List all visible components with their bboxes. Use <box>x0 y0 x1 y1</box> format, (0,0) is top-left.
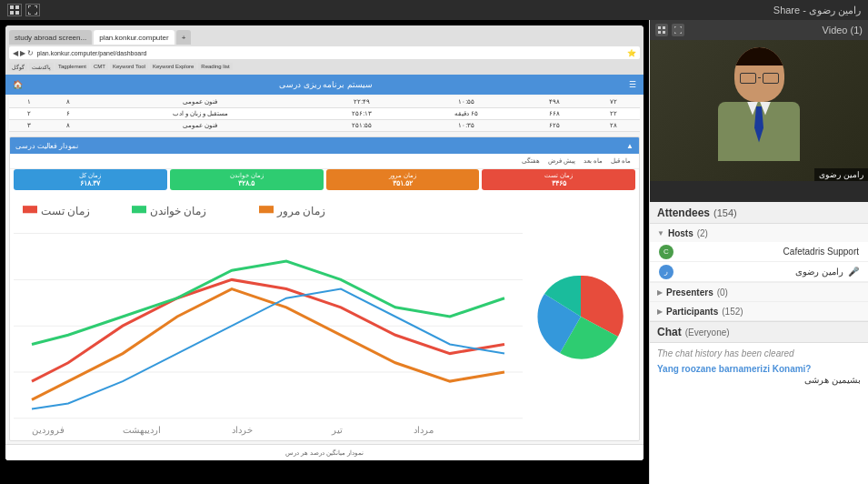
attendee-name-ramin: رامین رضوی <box>678 267 843 277</box>
browser-tab-active[interactable]: plan.konkur.computer <box>94 30 175 45</box>
chart-ctrl-next[interactable]: ماه بعد <box>581 156 605 166</box>
svg-rect-21 <box>663 26 665 29</box>
toolbar-item-5[interactable]: Keyword Tool <box>110 63 148 70</box>
presenters-count: (0) <box>717 287 728 297</box>
svg-text:تیر: تیر <box>331 425 343 436</box>
svg-rect-20 <box>658 26 661 29</box>
main-area: study abroad screen... plan.konkur.compu… <box>0 20 868 484</box>
attendee-avatar-cafetadris: C <box>659 245 673 259</box>
pie-chart-svg <box>535 271 626 362</box>
line-chart: زمان تست زمان خواندن زمان مرور <box>14 197 523 437</box>
hosts-header[interactable]: ▼ Hosts (2) <box>650 224 868 242</box>
svg-rect-22 <box>658 31 661 34</box>
toolbar-item-1[interactable]: گوگل <box>9 63 27 71</box>
svg-rect-0 <box>10 5 14 9</box>
screen-bottom-bar <box>0 466 649 484</box>
toolbar-item-7[interactable]: Reading list <box>198 63 232 70</box>
svg-text:زمان مرور: زمان مرور <box>276 205 325 217</box>
chat-sender-1: Yang roozane barnamerizi Konami? <box>657 364 861 374</box>
svg-text:زمان خواندن: زمان خواندن <box>150 205 206 217</box>
browser-tab-3[interactable]: + <box>176 30 192 45</box>
svg-rect-13 <box>259 206 274 213</box>
attendees-section: Attendees (154) ▼ Hosts (2) C Cafetadris… <box>650 202 868 321</box>
pie-chart <box>526 197 635 437</box>
toolbar-item-4[interactable]: CMT <box>91 63 108 70</box>
video-controls[interactable] <box>655 24 684 36</box>
dashboard-footer: نمودار میانگین درصد هر درس <box>5 444 644 460</box>
svg-rect-1 <box>15 5 19 9</box>
browser-tab-1[interactable]: study abroad screen... <box>9 30 92 45</box>
chat-header: Chat (Everyone) <box>650 321 868 343</box>
browser-content: ☰ سیستم برنامه ریزی درسی 🏠 ۷۲ ۴۹۸ ۱۰:۵۵ <box>5 75 644 460</box>
chart-header: ▲ نمودار فعالیت درسی <box>10 137 639 154</box>
stat-box-test: زمان تست ۳۴۶۵ <box>482 169 635 190</box>
attendee-item-cafetadris: C Cafetadris Support <box>650 242 868 262</box>
presenters-header[interactable]: ▶ Presenters (0) <box>650 283 868 301</box>
browser-address-bar[interactable]: ◀ ▶ ↻ plan.konkur.computer/panel/dashboa… <box>9 46 640 59</box>
video-ctrl-1[interactable] <box>655 24 668 36</box>
fullscreen-icon[interactable] <box>25 4 40 16</box>
hosts-label: Hosts <box>668 228 693 238</box>
video-name-badge: رامین رضوی <box>814 168 868 181</box>
svg-text:اردیبهشت: اردیبهشت <box>123 425 161 436</box>
stat-box-total: زمان کل ۶۱۸.۳۷ <box>14 169 167 190</box>
attendee-name-cafetadris: Cafetadris Support <box>678 247 859 257</box>
screen-area: study abroad screen... plan.konkur.compu… <box>0 20 649 484</box>
svg-text:مرداد: مرداد <box>414 425 434 436</box>
participants-arrow: ▶ <box>657 308 663 316</box>
top-bar-title: رامین رضوی - Share <box>773 5 861 16</box>
footer-text: نمودار میانگین درصد هر درس <box>285 449 364 457</box>
participants-header[interactable]: ▶ Participants (152) <box>650 302 868 320</box>
dashboard-chart-section: ▲ نمودار فعالیت درسی ماه قبل ماه بعد پیش… <box>9 136 640 441</box>
toolbar-item-2[interactable]: پاکدشت <box>29 63 54 71</box>
browser-chrome: study abroad screen... plan.konkur.compu… <box>5 25 644 75</box>
video-person <box>700 47 818 175</box>
svg-text:خرداد: خرداد <box>232 425 253 436</box>
chart-ctrl-weekly[interactable]: هفتگی <box>519 156 543 166</box>
video-feed: رامین رضوی <box>650 40 868 181</box>
top-bar-window-controls[interactable] <box>7 4 40 16</box>
participants-count: (152) <box>722 307 743 317</box>
svg-rect-2 <box>10 11 14 15</box>
stat-boxes: زمان تست ۳۴۶۵ زمان مرور ۳۵۱.۵۲ زمان خوان… <box>10 169 639 193</box>
browser-toolbar: گوگل پاکدشت Tagplement CMT Keyword Tool … <box>9 61 640 72</box>
hosts-group: ▼ Hosts (2) C Cafetadris Support ر رامین… <box>650 224 868 283</box>
chat-text-1: بشیمین هرشی <box>657 375 861 385</box>
attendee-item-ramin: ر رامین رضوی 🎤 <box>650 262 868 282</box>
attendees-header: Attendees (154) <box>650 202 868 224</box>
grid-view-icon[interactable] <box>7 4 22 16</box>
attendees-title: Attendees <box>657 207 710 219</box>
dashboard-table: ۷۲ ۴۹۸ ۱۰:۵۵ ۲۲:۴۹ فنون عمومی ۸ ۱ ۲۲ <box>9 96 640 132</box>
toolbar-item-3[interactable]: Tagplement <box>55 63 89 70</box>
chart-body: زمان تست زمان خواندن زمان مرور <box>10 193 639 440</box>
attendee-mic-ramin: 🎤 <box>848 267 859 277</box>
chat-title: Chat <box>657 326 682 338</box>
svg-text:فروردین: فروردین <box>32 425 65 436</box>
presenters-arrow: ▶ <box>657 288 663 297</box>
video-section: Video (1) <box>650 20 868 202</box>
chat-system-message: The chat history has been cleared <box>657 348 861 358</box>
table-row: ۷۲ ۴۹۸ ۱۰:۵۵ ۲۲:۴۹ فنون عمومی ۸ ۱ <box>9 96 640 108</box>
stat-box-read: زمان خواندن ۳۲۸.۵ <box>170 169 324 190</box>
chat-scope: (Everyone) <box>685 328 730 338</box>
chart-ctrl-default[interactable]: پیش فرض <box>545 156 578 166</box>
attendees-count: (154) <box>713 207 737 218</box>
presenters-label: Presenters <box>666 287 713 297</box>
svg-text:زمان تست: زمان تست <box>41 205 90 217</box>
chart-controls[interactable]: ماه قبل ماه بعد پیش فرض هفتگی <box>10 154 639 169</box>
dashboard-table-section: ۷۲ ۴۹۸ ۱۰:۵۵ ۲۲:۴۹ فنون عمومی ۸ ۱ ۲۲ <box>5 95 644 134</box>
hosts-count: (2) <box>697 228 708 238</box>
chat-section: Chat (Everyone) The chat history has bee… <box>650 321 868 484</box>
svg-rect-23 <box>663 31 665 34</box>
video-title: Video (1) <box>823 25 863 35</box>
video-header: Video (1) <box>650 20 868 40</box>
video-ctrl-2[interactable] <box>672 24 684 36</box>
table-row: ۲۲ ۶۶۸ ۶۵ دقیقه ۲۵۶:۱۳ مستقبل و زبان و ا… <box>9 108 640 120</box>
line-chart-svg: زمان تست زمان خواندن زمان مرور <box>14 197 523 437</box>
svg-rect-11 <box>132 206 146 213</box>
table-row: ۲۸ ۶۲۵ ۱۰:۳۵ ۲۵۱:۵۵ فنون عمومی ۸ ۳ <box>9 120 640 132</box>
browser-tabs-row: study abroad screen... plan.konkur.compu… <box>9 28 640 45</box>
chart-ctrl-prev[interactable]: ماه قبل <box>608 156 634 166</box>
toolbar-item-6[interactable]: Keyword Explore <box>150 63 196 70</box>
right-panel: Video (1) <box>649 20 868 484</box>
